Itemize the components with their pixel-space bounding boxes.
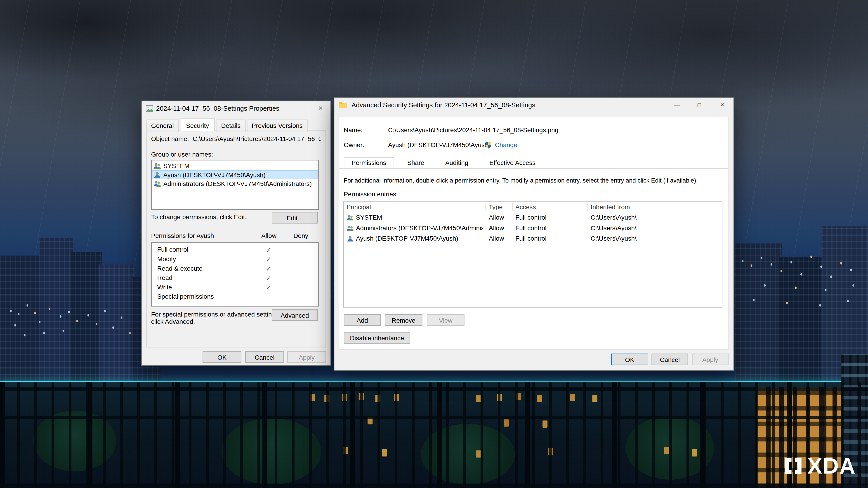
wallpaper-fence-rail xyxy=(0,416,868,419)
list-item-ayush[interactable]: Ayush (DESKTOP-VJ7M450\Ayush) xyxy=(152,170,318,179)
name-label: Name: xyxy=(344,127,363,133)
col-inherited-from[interactable]: Inherited from xyxy=(591,203,630,210)
advanced-hint-line2: click Advanced. xyxy=(151,318,195,325)
object-name-label: Object name: xyxy=(151,135,189,142)
view-button[interactable]: View xyxy=(427,314,465,326)
allow-check[interactable]: ✓ xyxy=(264,256,273,263)
tab-effective-access[interactable]: Effective Access xyxy=(482,157,543,168)
maximize-icon[interactable]: □ xyxy=(691,99,707,110)
wallpaper-building xyxy=(735,243,782,382)
tab-details[interactable]: Details xyxy=(216,120,246,132)
edit-button[interactable]: Edit... xyxy=(272,212,318,223)
cell-access: Full control xyxy=(515,235,547,242)
change-owner-link[interactable]: Change xyxy=(495,142,517,148)
table-row[interactable]: Ayush (DESKTOP-VJ7M450\Ayush) Allow Full… xyxy=(344,233,722,244)
table-row[interactable]: Administrators (DESKTOP-VJ7M450\Administ… xyxy=(344,223,722,234)
tabstrip-separator xyxy=(339,168,728,168)
folder-icon xyxy=(339,101,348,109)
properties-titlebar[interactable]: 2024-11-04 17_56_08-Settings Properties … xyxy=(142,101,331,116)
allow-check[interactable]: ✓ xyxy=(264,284,273,291)
permission-name: Read xyxy=(157,274,173,281)
permission-name: Special permissions xyxy=(157,293,214,300)
permission-name: Read & execute xyxy=(157,265,203,271)
list-item-label: Administrators (DESKTOP-VJ7M450\Administ… xyxy=(163,180,312,187)
cell-inherited: C:\Users\Ayush\ xyxy=(591,214,637,221)
tab-security[interactable]: Security xyxy=(180,119,215,131)
uac-shield-icon xyxy=(485,141,492,149)
permissions-list[interactable]: Full control ✓ Modify ✓ Read & execute ✓… xyxy=(151,242,319,306)
properties-tabstrip: General Security Details Previous Versio… xyxy=(146,119,309,131)
table-header-row: Principal Type Access Inherited from xyxy=(344,202,722,212)
advanced-hint-line1: For special permissions or advanced sett… xyxy=(151,311,280,318)
add-button[interactable]: Add xyxy=(344,314,381,326)
watermark-text: XDA xyxy=(807,455,856,477)
tab-previous-versions[interactable]: Previous Versions xyxy=(247,120,308,132)
tab-share[interactable]: Share xyxy=(399,157,432,168)
properties-title: 2024-11-04 17_56_08-Settings Properties xyxy=(156,105,279,112)
cell-type: Allow xyxy=(489,225,504,231)
table-row[interactable]: SYSTEM Allow Full control C:\Users\Ayush… xyxy=(344,213,722,223)
allow-column-label: Allow xyxy=(261,232,276,239)
object-name-value: C:\Users\Ayush\Pictures\2024-11-04 17_56… xyxy=(193,135,321,142)
owner-value: Ayush (DESKTOP-VJ7M450\Ayush) xyxy=(388,142,490,148)
advanced-tabstrip: Permissions Share Auditing Effective Acc… xyxy=(339,157,728,168)
col-type[interactable]: Type xyxy=(489,203,502,210)
close-icon[interactable]: ✕ xyxy=(313,102,329,113)
cell-inherited: C:\Users\Ayush\ xyxy=(591,225,637,231)
cancel-button[interactable]: Cancel xyxy=(245,351,284,363)
cell-principal: Administrators (DESKTOP-VJ7M450\Administ… xyxy=(356,225,483,231)
allow-check[interactable]: ✓ xyxy=(264,265,273,273)
wallpaper-building xyxy=(39,238,73,382)
col-principal[interactable]: Principal xyxy=(346,203,371,210)
list-item-label: SYSTEM xyxy=(163,163,189,169)
group-users-icon xyxy=(346,225,354,232)
ok-button[interactable]: OK xyxy=(611,354,648,365)
ok-button[interactable]: OK xyxy=(203,351,241,363)
wallpaper-fence xyxy=(0,382,868,488)
permission-entries-label: Permission entries: xyxy=(344,191,398,197)
cell-type: Allow xyxy=(489,214,504,221)
header-separator xyxy=(587,202,588,211)
remove-button[interactable]: Remove xyxy=(385,314,423,326)
tab-permissions[interactable]: Permissions xyxy=(344,157,394,168)
edit-hint: To change permissions, click Edit. xyxy=(151,214,247,220)
wallpaper-horizon-glow xyxy=(0,381,868,382)
close-icon[interactable]: ✕ xyxy=(715,99,730,110)
cell-principal: SYSTEM xyxy=(356,214,483,221)
col-access[interactable]: Access xyxy=(515,203,536,210)
tab-general[interactable]: General xyxy=(146,120,179,132)
header-separator xyxy=(486,202,486,211)
tab-auditing[interactable]: Auditing xyxy=(437,157,476,168)
cancel-button[interactable]: Cancel xyxy=(651,354,688,365)
watermark: XDA xyxy=(783,455,856,477)
list-item-label: Ayush (DESKTOP-VJ7M450\Ayush) xyxy=(163,171,266,178)
group-users-icon xyxy=(153,162,161,170)
list-item-system[interactable]: SYSTEM xyxy=(152,162,318,170)
advanced-title: Advanced Security Settings for 2024-11-0… xyxy=(351,101,535,109)
group-user-list[interactable]: SYSTEM Ayush (DESKTOP-VJ7M450\Ayush) Adm… xyxy=(151,160,319,210)
name-value: C:\Users\Ayush\Pictures\2024-11-04 17_56… xyxy=(388,127,559,133)
advanced-titlebar[interactable]: Advanced Security Settings for 2024-11-0… xyxy=(334,98,734,112)
apply-button[interactable]: Apply xyxy=(287,351,326,363)
permissions-for-label: Permissions for Ayush xyxy=(151,232,214,239)
disable-inheritance-button[interactable]: Disable inheritance xyxy=(344,332,410,344)
permission-name: Modify xyxy=(157,256,176,262)
header-separator xyxy=(512,202,513,211)
wallpaper-city-lights xyxy=(742,260,743,262)
list-item-administrators[interactable]: Administrators (DESKTOP-VJ7M450\Administ… xyxy=(152,179,318,188)
user-icon xyxy=(346,235,354,242)
deny-column-label: Deny xyxy=(293,232,308,239)
apply-button[interactable]: Apply xyxy=(692,354,728,365)
wallpaper-fence-rail xyxy=(0,387,868,391)
allow-check[interactable]: ✓ xyxy=(264,274,273,282)
allow-check[interactable]: ✓ xyxy=(264,246,273,254)
group-users-icon xyxy=(346,214,354,221)
wallpaper-building xyxy=(70,252,102,382)
minimize-icon[interactable]: — xyxy=(669,99,685,110)
cell-type: Allow xyxy=(489,235,504,242)
wallpaper-building xyxy=(778,257,825,382)
image-file-icon xyxy=(146,105,153,112)
properties-dialog: 2024-11-04 17_56_08-Settings Properties … xyxy=(141,101,331,366)
advanced-button[interactable]: Advanced xyxy=(272,309,318,321)
permission-entries-table[interactable]: Principal Type Access Inherited from SYS… xyxy=(343,201,722,307)
